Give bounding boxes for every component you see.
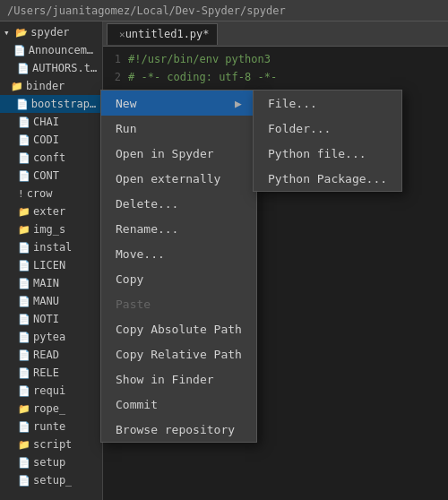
close-icon[interactable]: ✕	[119, 29, 125, 40]
menu-item-label: Rename...	[116, 222, 178, 236]
menu-item-label: New	[116, 97, 136, 110]
menu-item-label: Open externally	[116, 172, 220, 185]
tree-root[interactable]: ▾ 📂 spyder	[0, 23, 102, 41]
file-icon: 📄	[16, 99, 29, 110]
tree-item[interactable]: 📄 setup	[0, 453, 102, 471]
tree-item[interactable]: 📄 conft	[0, 149, 102, 167]
file-icon: 📄	[18, 349, 30, 361]
file-tab[interactable]: ✕ untitled1.py*	[107, 23, 218, 45]
menu-item-open-in-spyder[interactable]: Open in Spyder	[101, 141, 256, 166]
menu-item-paste: Paste	[101, 291, 256, 316]
submenu-item-folder[interactable]: Folder...	[254, 116, 401, 141]
tree-item[interactable]: 📄 CODI	[0, 131, 102, 149]
submenu-item-file[interactable]: File...	[254, 91, 401, 116]
file-icon: 📄	[18, 260, 30, 272]
tree-item-label: instal	[33, 241, 72, 254]
tree-item[interactable]: 📄 instal	[0, 238, 102, 256]
tree-item[interactable]: 📁 exter	[0, 203, 102, 220]
tree-item[interactable]: 📁 rope_	[0, 400, 102, 418]
code-line: 2 # -*- coding: utf-8 -*-	[103, 68, 448, 86]
tree-item-label: AUTHORS.txt	[32, 62, 99, 74]
submenu-item-label: Folder...	[268, 122, 331, 135]
path-bar: /Users/juanitagomez/Local/Dev-Spyder/spy…	[0, 0, 448, 22]
tree-item-label: pytea	[33, 331, 65, 343]
submenu: File...Folder...Python file...Python Pac…	[253, 90, 402, 192]
tree-item-label: bootstrap.py	[31, 98, 99, 110]
menu-item-label: Commit	[116, 398, 158, 411]
menu-item-browse-repository[interactable]: Browse repository	[101, 417, 256, 442]
menu-item-open-externally[interactable]: Open externally	[101, 166, 256, 191]
tree-item-label: binder	[26, 80, 65, 92]
submenu-item-python-package[interactable]: Python Package...	[254, 166, 401, 191]
tree-item[interactable]: 📁 img_s	[0, 220, 102, 238]
menu-item-commit[interactable]: Commit	[101, 392, 256, 417]
tree-item[interactable]: 📄 CONT	[0, 167, 102, 185]
tree-item-label: CODI	[33, 134, 59, 146]
menu-item-copy[interactable]: Copy	[101, 266, 256, 291]
menu-item-copy-absolute-path[interactable]: Copy Absolute Path	[101, 316, 256, 341]
line-content: #!/usr/bin/env python3	[128, 53, 271, 65]
submenu-item-python-file[interactable]: Python file...	[254, 141, 401, 166]
menu-item-delete[interactable]: Delete...	[101, 191, 256, 216]
submenu-item-label: File...	[268, 97, 317, 110]
file-icon: 📄	[18, 152, 30, 164]
tree-item-label: RELE	[33, 366, 59, 379]
file-icon: 📁	[18, 224, 30, 236]
tree-item[interactable]: 📄 pytea	[0, 328, 102, 346]
tree-items-container: 📄 Announcements.md 📄 AUTHORS.txt 📁 binde…	[0, 41, 102, 489]
tree-item[interactable]: 📄 requi	[0, 382, 102, 400]
menu-item-label: Copy Relative Path	[116, 348, 242, 361]
tree-item-label: setup	[33, 456, 65, 469]
menu-item-show-in-finder[interactable]: Show in Finder	[101, 366, 256, 392]
tree-item-label: img_s	[33, 223, 65, 236]
tree-item[interactable]: 📄 setup_	[0, 471, 102, 489]
tree-item[interactable]: 📄 READ	[0, 346, 102, 364]
code-line: 1 #!/usr/bin/env python3	[103, 50, 448, 68]
tree-item-label: runte	[33, 420, 65, 433]
tree-item[interactable]: 📄 runte	[0, 418, 102, 435]
file-icon: 📁	[18, 403, 30, 415]
tree-item[interactable]: 📄 RELE	[0, 364, 102, 382]
tree-item-label: Announcements.md	[29, 44, 99, 56]
file-icon: 📄	[18, 367, 30, 379]
menu-item-copy-relative-path[interactable]: Copy Relative Path	[101, 341, 256, 366]
tree-item-label: exter	[33, 205, 65, 218]
submenu-item-label: Python Package...	[268, 172, 387, 185]
tree-item[interactable]: 📄 bootstrap.py	[0, 95, 102, 113]
file-icon: 📄	[18, 170, 30, 182]
file-icon: 📄	[13, 45, 26, 56]
menu-item-label: Copy	[116, 272, 143, 286]
file-icon: 📄	[18, 457, 30, 469]
tree-item-label: requi	[33, 384, 65, 397]
tree-item[interactable]: ! crow	[0, 185, 102, 203]
line-number: 2	[103, 71, 128, 83]
tree-item[interactable]: 📄 MANU	[0, 292, 102, 310]
tree-item[interactable]: 📁 binder	[0, 77, 102, 95]
line-number: 1	[103, 53, 128, 65]
menu-item-rename[interactable]: Rename...	[101, 216, 256, 241]
tree-item-label: crow	[27, 187, 53, 200]
file-icon: 📄	[18, 242, 30, 254]
tree-item[interactable]: 📄 NOTI	[0, 310, 102, 328]
file-tree: ▾ 📂 spyder 📄 Announcements.md 📄 AUTHORS.…	[0, 22, 103, 500]
menu-item-move[interactable]: Move...	[101, 241, 256, 266]
tree-item[interactable]: 📄 Announcements.md	[0, 41, 102, 59]
tree-item[interactable]: 📄 CHAI	[0, 113, 102, 131]
tab-bar: ✕ untitled1.py*	[103, 22, 448, 47]
menu-item-new[interactable]: New ▶	[101, 91, 256, 116]
file-icon: 📁	[18, 206, 30, 218]
file-icon: 📄	[18, 314, 30, 325]
line-content: # -*- coding: utf-8 -*-	[128, 71, 277, 83]
tree-item[interactable]: 📄 MAIN	[0, 274, 102, 292]
tree-item[interactable]: 📁 script	[0, 435, 102, 453]
tree-item[interactable]: 📄 LICEN	[0, 256, 102, 274]
menu-item-label: Run	[116, 122, 136, 135]
menu-item-run[interactable]: Run	[101, 116, 256, 141]
file-icon: 📄	[18, 278, 30, 289]
submenu-arrow-icon: ▶	[235, 97, 242, 110]
folder-icon: ▾ 📂	[4, 27, 28, 39]
tree-item[interactable]: 📄 AUTHORS.txt	[0, 59, 102, 77]
menu-item-label: Move...	[116, 247, 165, 261]
tree-item-label: script	[33, 438, 72, 451]
tree-item-label: setup_	[33, 474, 72, 487]
